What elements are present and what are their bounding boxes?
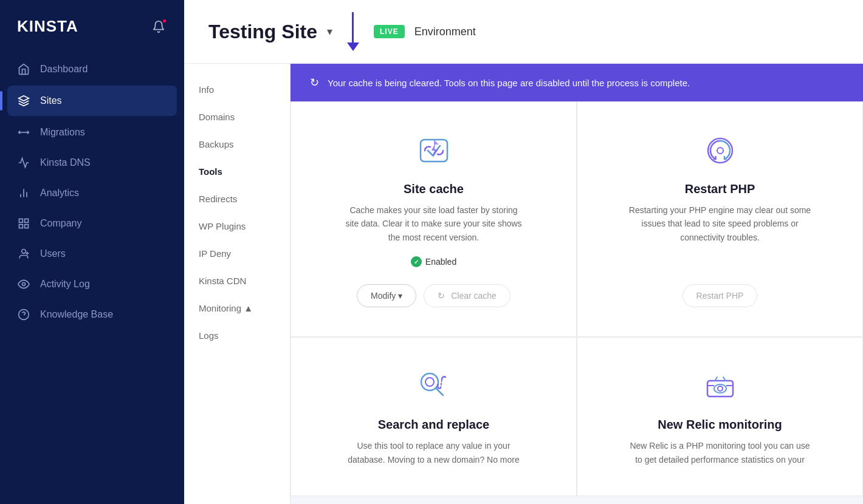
cache-banner-message: Your cache is being cleared. Tools on th… — [328, 78, 690, 88]
new-relic-description: New Relic is a PHP monitoring tool you c… — [629, 439, 811, 466]
subnav-item-domains[interactable]: Domains — [184, 103, 290, 131]
main-area: Testing Site ▾ LIVE Environment Info Dom… — [184, 0, 863, 504]
sub-navigation: Info Domains Backups Tools Redirects WP … — [184, 64, 291, 504]
svg-point-19 — [425, 378, 434, 386]
new-relic-icon — [701, 367, 740, 406]
svg-point-12 — [22, 283, 26, 286]
subnav-item-info[interactable]: Info — [184, 76, 290, 103]
sidebar-item-label: Analytics — [40, 188, 79, 199]
chart-icon — [17, 186, 30, 200]
sidebar-navigation: Dashboard Sites Migrations Kinsta DNS — [0, 48, 184, 504]
site-cache-description: Cache makes your site load faster by sto… — [343, 203, 525, 244]
search-replace-card: Search and replace Use this tool to repl… — [291, 337, 577, 496]
dns-icon — [17, 156, 30, 169]
subnav-item-wp-plugins[interactable]: WP Plugins — [184, 213, 290, 240]
restart-php-title: Restart PHP — [685, 182, 755, 196]
loading-spinner-icon: ↻ — [310, 76, 319, 89]
sidebar-item-company[interactable]: Company — [0, 208, 184, 239]
new-relic-title: New Relic monitoring — [658, 418, 782, 432]
subnav-item-redirects[interactable]: Redirects — [184, 185, 290, 213]
sidebar-item-label: Activity Log — [40, 279, 90, 290]
restart-php-button[interactable]: Restart PHP — [682, 284, 758, 307]
sidebar-item-label: Knowledge Base — [40, 309, 113, 320]
sidebar-item-label: Dashboard — [40, 64, 88, 75]
home-icon — [17, 63, 30, 76]
live-badge: LIVE — [374, 25, 405, 38]
arrow-head — [347, 43, 359, 51]
active-indicator — [0, 91, 2, 111]
modify-button[interactable]: Modify ▾ — [357, 284, 416, 307]
notification-dot — [162, 18, 167, 24]
site-cache-title: Site cache — [404, 182, 464, 196]
sidebar-item-label: Sites — [40, 95, 62, 106]
subnav-item-logs[interactable]: Logs — [184, 322, 290, 349]
subnav-item-tools[interactable]: Tools — [184, 158, 290, 185]
svg-point-9 — [22, 250, 26, 254]
site-cache-actions: Modify ▾ ↻ Clear cache — [357, 284, 511, 307]
sidebar-item-users[interactable]: Users — [0, 239, 184, 269]
sidebar: Kinsta Dashboard Sites — [0, 0, 184, 504]
arrow-line — [352, 12, 354, 43]
sidebar-logo-area: Kinsta — [0, 0, 184, 48]
svg-point-23 — [718, 386, 723, 391]
eye-icon — [17, 278, 30, 291]
restart-php-description: Restarting your PHP engine may clear out… — [629, 203, 811, 244]
sidebar-item-analytics[interactable]: Analytics — [0, 178, 184, 208]
svg-rect-21 — [707, 381, 733, 397]
sidebar-item-label: Users — [40, 248, 66, 259]
environment-label: Environment — [414, 26, 476, 38]
svg-marker-0 — [19, 96, 29, 101]
subnav-item-ip-deny[interactable]: IP Deny — [184, 240, 290, 267]
help-circle-icon — [17, 308, 30, 321]
sidebar-item-activity-log[interactable]: Activity Log — [0, 269, 184, 299]
svg-point-17 — [717, 148, 723, 154]
kinsta-logo: Kinsta — [17, 17, 78, 36]
restart-php-actions: Restart PHP — [682, 284, 758, 307]
notification-bell[interactable] — [150, 18, 167, 35]
subnav-item-monitoring[interactable]: Monitoring ▲ — [184, 295, 290, 322]
tools-grid: Site cache Cache makes your site load fa… — [291, 101, 863, 496]
status-label: Enabled — [425, 257, 456, 267]
search-replace-title: Search and replace — [378, 418, 489, 432]
svg-point-16 — [708, 138, 732, 163]
restart-php-icon — [701, 131, 740, 170]
sidebar-item-label: Kinsta DNS — [40, 157, 91, 168]
sidebar-item-kinsta-dns[interactable]: Kinsta DNS — [0, 148, 184, 178]
restart-php-card: Restart PHP Restarting your PHP engine m… — [577, 101, 863, 337]
svg-rect-7 — [25, 225, 29, 228]
user-plus-icon — [17, 247, 30, 261]
site-cache-icon — [414, 131, 453, 170]
search-replace-description: Use this tool to replace any value in yo… — [343, 439, 525, 466]
site-cache-card: Site cache Cache makes your site load fa… — [291, 101, 577, 337]
sidebar-item-knowledge-base[interactable]: Knowledge Base — [0, 299, 184, 330]
site-title: Testing Site — [208, 21, 317, 43]
sidebar-item-migrations[interactable]: Migrations — [0, 117, 184, 148]
svg-rect-5 — [19, 219, 23, 223]
cache-clearing-banner: ↻ Your cache is being cleared. Tools on … — [291, 64, 863, 101]
layers-icon — [17, 94, 30, 107]
svg-rect-8 — [19, 225, 23, 228]
search-replace-icon — [414, 367, 453, 406]
migrations-icon — [17, 126, 30, 139]
subnav-item-backups[interactable]: Backups — [184, 131, 290, 158]
svg-rect-6 — [25, 219, 29, 223]
clear-cache-button[interactable]: ↻ Clear cache — [424, 284, 511, 307]
tools-content: ↻ Your cache is being cleared. Tools on … — [291, 64, 863, 504]
chevron-down-icon[interactable]: ▾ — [327, 25, 332, 38]
site-cache-status: Enabled — [411, 256, 456, 267]
sidebar-item-dashboard[interactable]: Dashboard — [0, 54, 184, 84]
sidebar-item-sites[interactable]: Sites — [7, 86, 177, 116]
spinner-icon: ↻ — [438, 291, 445, 301]
page-header: Testing Site ▾ LIVE Environment — [184, 0, 863, 64]
status-enabled-icon — [411, 256, 422, 267]
sidebar-item-label: Company — [40, 218, 81, 229]
arrow-indicator — [347, 12, 359, 51]
subnav-item-kinsta-cdn[interactable]: Kinsta CDN — [184, 267, 290, 295]
sidebar-item-label: Migrations — [40, 127, 85, 138]
building-icon — [17, 217, 30, 230]
content-area: Info Domains Backups Tools Redirects WP … — [184, 64, 863, 504]
new-relic-card: New Relic monitoring New Relic is a PHP … — [577, 337, 863, 496]
